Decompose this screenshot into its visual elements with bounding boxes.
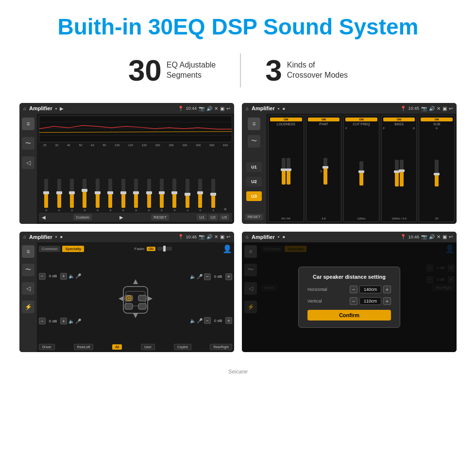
ch-cutfreq: ON CUT FREQ F 120Hz — [343, 116, 379, 222]
back-icon[interactable]: ↩ — [226, 106, 230, 111]
volume-icon4[interactable]: 🔊 — [429, 234, 435, 239]
eq-slider-4: 0 — [96, 179, 100, 212]
home-icon4[interactable]: ⌂ — [246, 234, 249, 239]
preset-u3[interactable]: U3 — [246, 191, 262, 201]
prev-icon[interactable]: ◀ — [42, 215, 46, 220]
close-icon[interactable]: ✕ — [214, 106, 218, 111]
spk-bl-plus[interactable]: + — [60, 318, 67, 324]
ch-sub-slider[interactable] — [435, 160, 439, 186]
ch-phat-slider-area: G — [320, 127, 327, 216]
confirm-button[interactable]: Confirm — [307, 310, 391, 321]
ch-loudness: ON LOUDNESS 64 / 64 — [268, 116, 304, 222]
eq-icon3[interactable]: ≡ — [22, 245, 34, 258]
home-icon[interactable]: ⌂ — [23, 106, 26, 111]
ch-loudness-right[interactable] — [287, 158, 290, 185]
spk-tr-control: 🔈 🎤 − 0 dB + — [190, 273, 232, 280]
specialty-btn[interactable]: Specialty — [62, 246, 84, 252]
spk-tr-plus[interactable]: + — [225, 273, 232, 280]
dot-icon3: ● — [60, 234, 63, 239]
profile-icon[interactable]: 👤 — [222, 244, 232, 253]
horizontal-minus[interactable]: − — [350, 286, 357, 293]
spk-bl-minus[interactable]: − — [39, 318, 46, 324]
vertical-minus[interactable]: − — [350, 297, 357, 305]
bt-icon[interactable]: ⚡ — [22, 301, 34, 313]
preset-u2[interactable]: U2 — [246, 177, 262, 186]
u3-btn[interactable]: U3 — [220, 214, 229, 220]
eq-icon2[interactable]: ≡ — [248, 118, 260, 130]
back-icon4[interactable]: ↩ — [449, 234, 453, 239]
camera-icon[interactable]: 📷 — [199, 106, 204, 111]
close-icon2[interactable]: ✕ — [437, 106, 441, 111]
window-icon[interactable]: ▣ — [220, 106, 224, 111]
play-icon[interactable]: ▶ — [60, 106, 64, 111]
screen1-status-bar: ⌂ Amplifier ▪ ▶ 📍 10:44 📷 🔊 ✕ ▣ ↩ — [19, 103, 234, 114]
ch-phat-toggle[interactable]: ON — [308, 118, 340, 121]
volume-icon[interactable]: 🔊 — [206, 106, 212, 111]
stat-eq: 30 EQ AdjustableSegments — [104, 55, 240, 85]
fader-toggle[interactable]: ON — [147, 247, 156, 251]
wave-icon3[interactable]: 〜 — [22, 264, 34, 276]
copilot-btn[interactable]: Copilot — [174, 344, 191, 350]
driver-btn[interactable]: Driver — [39, 344, 55, 350]
vertical-plus[interactable]: + — [383, 297, 391, 305]
ch-cutfreq-slider[interactable] — [359, 161, 363, 186]
horizontal-plus[interactable]: + — [383, 286, 391, 293]
camera-icon4[interactable]: 📷 — [421, 234, 427, 239]
common-btn[interactable]: Common — [39, 246, 60, 252]
ch-phat-slider[interactable] — [323, 158, 327, 185]
wave-icon[interactable]: 〜 — [22, 137, 34, 150]
eq-graph[interactable] — [39, 116, 232, 142]
screen3-speaker: ⌂ Amplifier ▪ ● 📍 10:46 📷 🔊 ✕ ▣ ↩ ≡ 〜 ◁ … — [19, 232, 234, 353]
camera-icon2[interactable]: 📷 — [421, 106, 427, 111]
crossover-reset[interactable]: RESET — [245, 214, 264, 220]
ch-loudness-toggle[interactable]: ON — [270, 118, 302, 121]
close-icon4[interactable]: ✕ — [437, 234, 441, 239]
horizontal-control: − 140cm + — [350, 286, 391, 293]
volume-small-icon[interactable]: ◁ — [22, 156, 34, 169]
ch-bass-toggle[interactable]: ON — [383, 118, 415, 121]
screen3-status-left: ⌂ Amplifier ▪ ● — [23, 234, 63, 240]
ch-sub-g-label: G — [421, 127, 453, 130]
all-btn[interactable]: All — [112, 344, 122, 350]
wave-icon2[interactable]: 〜 — [248, 135, 260, 148]
ch-bass-g-slider[interactable] — [400, 160, 404, 186]
home-icon3[interactable]: ⌂ — [23, 234, 26, 239]
back-icon3[interactable]: ↩ — [226, 234, 230, 239]
svg-rect-7 — [125, 304, 133, 309]
spk-br-minus[interactable]: − — [204, 317, 211, 324]
close-icon3[interactable]: ✕ — [214, 234, 218, 239]
fader-slider[interactable] — [157, 247, 172, 251]
spk-tl-plus[interactable]: + — [60, 273, 67, 280]
speaker-tl-icon: 🔈 — [68, 273, 74, 279]
ch-cutfreq-toggle[interactable]: ON — [345, 118, 377, 121]
back-icon2[interactable]: ↩ — [449, 106, 453, 111]
ch-cutfreq-slider-area — [359, 131, 363, 216]
volume-icon3[interactable]: 🔊 — [206, 234, 212, 239]
window-icon4[interactable]: ▣ — [442, 234, 447, 239]
screen3-status-bar: ⌂ Amplifier ▪ ● 📍 10:46 📷 🔊 ✕ ▣ ↩ — [19, 232, 234, 242]
spk-tr-minus[interactable]: − — [204, 273, 211, 280]
user-btn[interactable]: User — [141, 344, 155, 350]
ch-loudness-left[interactable] — [282, 158, 286, 185]
u2-btn[interactable]: U2 — [208, 214, 218, 220]
spk-br-plus[interactable]: + — [225, 317, 232, 324]
eq-icon[interactable]: ≡ — [22, 118, 34, 130]
eq-slider-5: 0 — [108, 179, 112, 212]
ch-bass-f-slider[interactable] — [395, 160, 399, 186]
u1-btn[interactable]: U1 — [197, 214, 206, 220]
dot-icon4: ● — [282, 234, 285, 239]
next-icon[interactable]: ▶ — [119, 215, 123, 220]
ch-sub-toggle[interactable]: ON — [421, 118, 453, 121]
spk-tr-value: 0 dB — [212, 274, 224, 279]
rearleft-btn[interactable]: RearLeft — [74, 344, 94, 350]
window-icon3[interactable]: ▣ — [220, 234, 224, 239]
spk-vol-icon[interactable]: ◁ — [22, 282, 34, 295]
preset-u1[interactable]: U1 — [246, 162, 262, 172]
volume-icon2[interactable]: 🔊 — [429, 106, 435, 111]
camera-icon3[interactable]: 📷 — [199, 234, 204, 239]
reset-btn[interactable]: RESET — [151, 214, 169, 220]
rearright-btn[interactable]: RearRight — [210, 344, 232, 350]
window-icon2[interactable]: ▣ — [442, 106, 447, 111]
spk-tl-minus[interactable]: − — [39, 273, 46, 280]
home-icon2[interactable]: ⌂ — [246, 106, 249, 111]
